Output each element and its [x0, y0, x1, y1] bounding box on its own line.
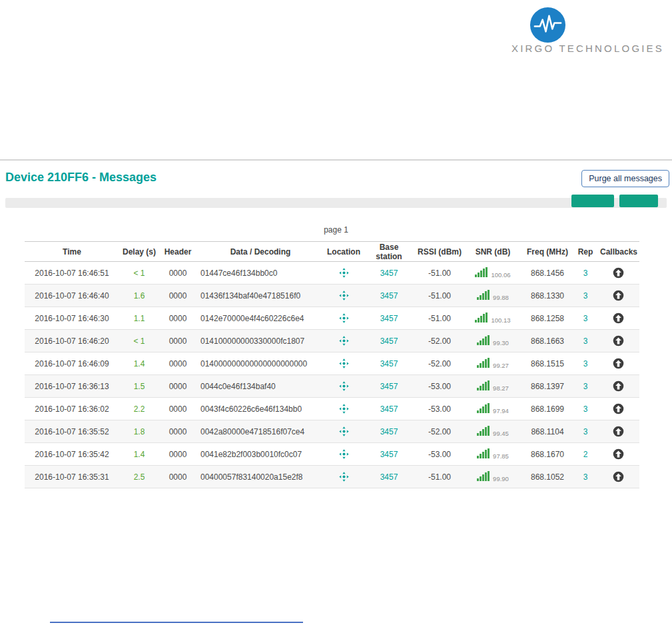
data-decoding-cell: 0142e70000e4f4c60226c6e4 — [196, 307, 324, 330]
rep-cell: 3 — [573, 352, 597, 375]
arrow-circle-up-icon[interactable] — [613, 449, 624, 458]
rep-link[interactable]: 3 — [583, 472, 588, 482]
data-decoding-cell: 0044c0e46f134baf40 — [196, 375, 324, 398]
column-header-freq-mhz: Freq (MHz) — [521, 242, 573, 262]
snr-cell: 98.27 — [464, 375, 521, 398]
column-header-time: Time — [25, 242, 119, 262]
base-station-link[interactable]: 3457 — [380, 382, 398, 391]
rssi-cell: -51.00 — [415, 262, 464, 285]
header-cell: 0000 — [159, 443, 196, 466]
rep-link[interactable]: 3 — [583, 336, 588, 346]
location-icon[interactable] — [339, 291, 349, 300]
page-indicator: page 1 — [0, 225, 672, 235]
rssi-cell: -51.00 — [415, 307, 464, 330]
table-body: 2016-10-07 16:46:51< 1000001447ce46f134b… — [25, 262, 639, 488]
signal-bars-icon — [477, 290, 490, 302]
rep-link[interactable]: 3 — [583, 269, 588, 278]
rep-link[interactable]: 3 — [583, 291, 588, 301]
base-station-cell: 3457 — [363, 398, 415, 420]
rep-cell: 3 — [573, 285, 597, 307]
time-cell: 2016-10-07 16:46:40 — [25, 285, 119, 307]
message-row: 2016-10-07 16:46:20< 1000001410000000033… — [25, 330, 639, 352]
location-cell — [324, 420, 363, 443]
toolbar-button-2[interactable] — [619, 195, 658, 207]
header-divider — [0, 159, 672, 161]
rep-link[interactable]: 3 — [583, 359, 588, 368]
rep-link[interactable]: 3 — [583, 427, 588, 436]
base-station-cell: 3457 — [363, 466, 415, 488]
freq-cell: 868.1670 — [521, 443, 573, 466]
base-station-link[interactable]: 3457 — [380, 359, 398, 368]
data-decoding-cell: 014100000000330000fc1807 — [196, 330, 324, 352]
arrow-circle-up-icon[interactable] — [613, 313, 624, 322]
base-station-link[interactable]: 3457 — [380, 336, 398, 346]
column-header-base-station: Base station — [363, 242, 415, 262]
base-station-link[interactable]: 3457 — [380, 404, 398, 414]
time-cell: 2016-10-07 16:46:20 — [25, 330, 119, 352]
callbacks-cell — [597, 466, 639, 488]
base-station-link[interactable]: 3457 — [380, 427, 398, 436]
snr-cell: 99.45 — [464, 420, 521, 443]
snr-cell: 100.06 — [464, 262, 521, 285]
rssi-cell: -53.00 — [415, 443, 464, 466]
header-cell: 0000 — [159, 262, 196, 285]
message-row: 2016-10-07 16:35:521.800000042a80000e471… — [25, 420, 639, 443]
callbacks-cell — [597, 330, 639, 352]
toolbar-button-1[interactable] — [571, 195, 614, 207]
arrow-circle-up-icon[interactable] — [613, 426, 624, 436]
rep-link[interactable]: 3 — [583, 382, 588, 391]
callbacks-cell — [597, 375, 639, 398]
base-station-link[interactable]: 3457 — [380, 450, 398, 459]
snr-cell: 99.90 — [464, 466, 521, 488]
freq-cell: 868.1258 — [521, 307, 573, 330]
snr-cell: 97.85 — [464, 443, 521, 466]
header-cell: 0000 — [159, 466, 196, 488]
messages-table: TimeDelay (s)HeaderData / DecodingLocati… — [25, 241, 639, 488]
rep-cell: 2 — [573, 443, 597, 466]
rep-link[interactable]: 3 — [583, 314, 588, 323]
column-header-location: Location — [324, 242, 363, 262]
location-icon[interactable] — [339, 336, 349, 345]
rep-cell: 3 — [573, 330, 597, 352]
arrow-circle-up-icon[interactable] — [613, 268, 624, 277]
callbacks-cell — [597, 352, 639, 375]
snr-value: 100.06 — [491, 271, 510, 279]
filter-bar[interactable] — [5, 198, 667, 208]
arrow-circle-up-icon[interactable] — [613, 404, 624, 413]
time-cell: 2016-10-07 16:46:30 — [25, 307, 119, 330]
time-cell: 2016-10-07 16:35:42 — [25, 443, 119, 466]
header-cell: 0000 — [159, 398, 196, 420]
rssi-cell: -52.00 — [415, 352, 464, 375]
signal-bars-icon — [475, 267, 488, 279]
base-station-link[interactable]: 3457 — [380, 291, 398, 301]
base-station-link[interactable]: 3457 — [380, 472, 398, 482]
location-icon[interactable] — [339, 381, 349, 390]
rep-link[interactable]: 3 — [583, 404, 588, 414]
arrow-circle-up-icon[interactable] — [613, 472, 624, 481]
location-cell — [324, 398, 363, 420]
location-icon[interactable] — [339, 358, 349, 368]
snr-cell: 99.30 — [464, 330, 521, 352]
base-station-link[interactable]: 3457 — [380, 269, 398, 278]
location-icon[interactable] — [339, 449, 349, 458]
location-icon[interactable] — [339, 268, 349, 277]
signal-bars-icon — [477, 448, 490, 460]
rep-cell: 3 — [573, 307, 597, 330]
rep-link[interactable]: 2 — [583, 450, 588, 459]
location-icon[interactable] — [339, 404, 349, 413]
header-cell: 0000 — [159, 352, 196, 375]
location-icon[interactable] — [339, 426, 349, 436]
base-station-link[interactable]: 3457 — [380, 314, 398, 323]
arrow-circle-up-icon[interactable] — [613, 291, 624, 300]
purge-all-messages-button[interactable]: Purge all messages — [581, 170, 669, 187]
arrow-circle-up-icon[interactable] — [613, 381, 624, 390]
arrow-circle-up-icon[interactable] — [613, 358, 624, 368]
header-cell: 0000 — [159, 285, 196, 307]
rssi-cell: -51.00 — [415, 285, 464, 307]
callbacks-cell — [597, 262, 639, 285]
location-icon[interactable] — [339, 472, 349, 481]
location-icon[interactable] — [339, 313, 349, 322]
data-decoding-cell: 01436f134baf40e4718516f0 — [196, 285, 324, 307]
arrow-circle-up-icon[interactable] — [613, 336, 624, 345]
freq-cell: 868.1052 — [521, 466, 573, 488]
